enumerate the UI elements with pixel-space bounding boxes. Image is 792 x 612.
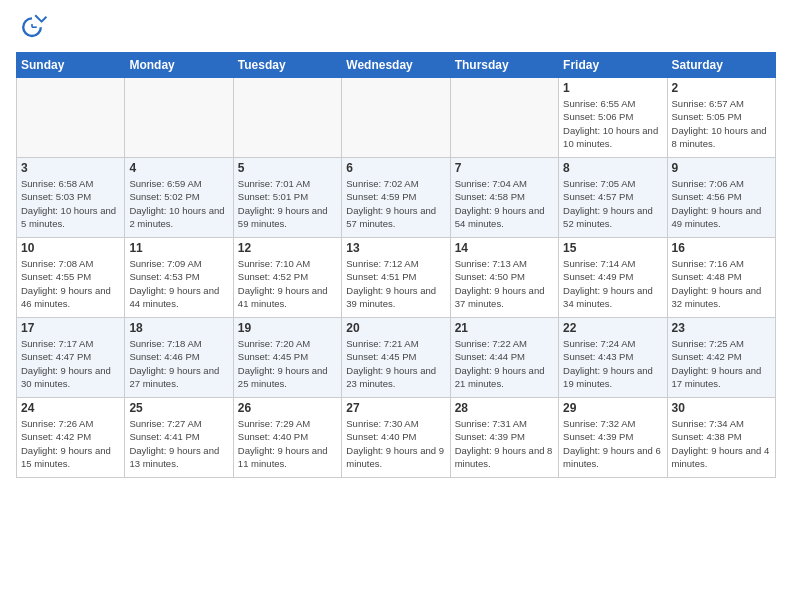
calendar-day-header: Sunday [17, 53, 125, 78]
calendar-day-cell: 26Sunrise: 7:29 AM Sunset: 4:40 PM Dayli… [233, 398, 341, 478]
day-number: 14 [455, 241, 554, 255]
day-info: Sunrise: 6:57 AM Sunset: 5:05 PM Dayligh… [672, 97, 771, 150]
calendar-day-cell: 1Sunrise: 6:55 AM Sunset: 5:06 PM Daylig… [559, 78, 667, 158]
calendar-day-header: Wednesday [342, 53, 450, 78]
calendar-day-cell: 17Sunrise: 7:17 AM Sunset: 4:47 PM Dayli… [17, 318, 125, 398]
day-info: Sunrise: 7:17 AM Sunset: 4:47 PM Dayligh… [21, 337, 120, 390]
calendar-day-cell: 28Sunrise: 7:31 AM Sunset: 4:39 PM Dayli… [450, 398, 558, 478]
day-info: Sunrise: 7:02 AM Sunset: 4:59 PM Dayligh… [346, 177, 445, 230]
calendar-day-cell: 21Sunrise: 7:22 AM Sunset: 4:44 PM Dayli… [450, 318, 558, 398]
calendar-day-cell: 10Sunrise: 7:08 AM Sunset: 4:55 PM Dayli… [17, 238, 125, 318]
day-info: Sunrise: 7:05 AM Sunset: 4:57 PM Dayligh… [563, 177, 662, 230]
day-number: 28 [455, 401, 554, 415]
day-info: Sunrise: 7:01 AM Sunset: 5:01 PM Dayligh… [238, 177, 337, 230]
calendar-week-row: 17Sunrise: 7:17 AM Sunset: 4:47 PM Dayli… [17, 318, 776, 398]
day-number: 26 [238, 401, 337, 415]
calendar-day-header: Monday [125, 53, 233, 78]
day-info: Sunrise: 7:04 AM Sunset: 4:58 PM Dayligh… [455, 177, 554, 230]
day-number: 16 [672, 241, 771, 255]
day-number: 22 [563, 321, 662, 335]
day-number: 29 [563, 401, 662, 415]
day-number: 2 [672, 81, 771, 95]
day-info: Sunrise: 7:14 AM Sunset: 4:49 PM Dayligh… [563, 257, 662, 310]
day-number: 19 [238, 321, 337, 335]
page: SundayMondayTuesdayWednesdayThursdayFrid… [0, 0, 792, 612]
calendar-header-row: SundayMondayTuesdayWednesdayThursdayFrid… [17, 53, 776, 78]
day-number: 30 [672, 401, 771, 415]
day-info: Sunrise: 7:12 AM Sunset: 4:51 PM Dayligh… [346, 257, 445, 310]
calendar-day-header: Saturday [667, 53, 775, 78]
calendar-day-cell: 27Sunrise: 7:30 AM Sunset: 4:40 PM Dayli… [342, 398, 450, 478]
calendar-week-row: 1Sunrise: 6:55 AM Sunset: 5:06 PM Daylig… [17, 78, 776, 158]
calendar-day-cell: 6Sunrise: 7:02 AM Sunset: 4:59 PM Daylig… [342, 158, 450, 238]
day-number: 9 [672, 161, 771, 175]
calendar-day-cell [17, 78, 125, 158]
day-info: Sunrise: 7:30 AM Sunset: 4:40 PM Dayligh… [346, 417, 445, 470]
calendar-day-cell: 3Sunrise: 6:58 AM Sunset: 5:03 PM Daylig… [17, 158, 125, 238]
day-number: 24 [21, 401, 120, 415]
calendar-day-cell: 19Sunrise: 7:20 AM Sunset: 4:45 PM Dayli… [233, 318, 341, 398]
calendar-day-cell: 25Sunrise: 7:27 AM Sunset: 4:41 PM Dayli… [125, 398, 233, 478]
day-number: 17 [21, 321, 120, 335]
day-number: 15 [563, 241, 662, 255]
day-number: 3 [21, 161, 120, 175]
day-info: Sunrise: 7:08 AM Sunset: 4:55 PM Dayligh… [21, 257, 120, 310]
day-info: Sunrise: 7:06 AM Sunset: 4:56 PM Dayligh… [672, 177, 771, 230]
calendar-day-cell: 8Sunrise: 7:05 AM Sunset: 4:57 PM Daylig… [559, 158, 667, 238]
day-info: Sunrise: 7:25 AM Sunset: 4:42 PM Dayligh… [672, 337, 771, 390]
day-info: Sunrise: 6:59 AM Sunset: 5:02 PM Dayligh… [129, 177, 228, 230]
day-info: Sunrise: 7:10 AM Sunset: 4:52 PM Dayligh… [238, 257, 337, 310]
calendar-day-cell: 18Sunrise: 7:18 AM Sunset: 4:46 PM Dayli… [125, 318, 233, 398]
day-number: 25 [129, 401, 228, 415]
calendar-day-header: Friday [559, 53, 667, 78]
calendar-day-cell: 4Sunrise: 6:59 AM Sunset: 5:02 PM Daylig… [125, 158, 233, 238]
day-info: Sunrise: 7:20 AM Sunset: 4:45 PM Dayligh… [238, 337, 337, 390]
day-number: 18 [129, 321, 228, 335]
day-info: Sunrise: 7:13 AM Sunset: 4:50 PM Dayligh… [455, 257, 554, 310]
day-number: 23 [672, 321, 771, 335]
day-info: Sunrise: 7:18 AM Sunset: 4:46 PM Dayligh… [129, 337, 228, 390]
day-info: Sunrise: 6:58 AM Sunset: 5:03 PM Dayligh… [21, 177, 120, 230]
logo-icon [16, 12, 48, 44]
day-number: 6 [346, 161, 445, 175]
calendar-day-cell: 13Sunrise: 7:12 AM Sunset: 4:51 PM Dayli… [342, 238, 450, 318]
calendar-week-row: 24Sunrise: 7:26 AM Sunset: 4:42 PM Dayli… [17, 398, 776, 478]
day-number: 11 [129, 241, 228, 255]
day-info: Sunrise: 7:31 AM Sunset: 4:39 PM Dayligh… [455, 417, 554, 470]
calendar-day-cell: 12Sunrise: 7:10 AM Sunset: 4:52 PM Dayli… [233, 238, 341, 318]
day-info: Sunrise: 7:27 AM Sunset: 4:41 PM Dayligh… [129, 417, 228, 470]
day-number: 13 [346, 241, 445, 255]
calendar-week-row: 10Sunrise: 7:08 AM Sunset: 4:55 PM Dayli… [17, 238, 776, 318]
calendar-day-header: Thursday [450, 53, 558, 78]
day-number: 20 [346, 321, 445, 335]
calendar-day-cell [125, 78, 233, 158]
day-info: Sunrise: 7:34 AM Sunset: 4:38 PM Dayligh… [672, 417, 771, 470]
calendar-day-header: Tuesday [233, 53, 341, 78]
calendar-day-cell: 14Sunrise: 7:13 AM Sunset: 4:50 PM Dayli… [450, 238, 558, 318]
day-info: Sunrise: 7:26 AM Sunset: 4:42 PM Dayligh… [21, 417, 120, 470]
calendar-day-cell: 24Sunrise: 7:26 AM Sunset: 4:42 PM Dayli… [17, 398, 125, 478]
header [16, 12, 776, 44]
day-number: 7 [455, 161, 554, 175]
day-number: 5 [238, 161, 337, 175]
calendar-day-cell: 16Sunrise: 7:16 AM Sunset: 4:48 PM Dayli… [667, 238, 775, 318]
calendar-day-cell: 22Sunrise: 7:24 AM Sunset: 4:43 PM Dayli… [559, 318, 667, 398]
day-info: Sunrise: 7:16 AM Sunset: 4:48 PM Dayligh… [672, 257, 771, 310]
calendar-day-cell: 7Sunrise: 7:04 AM Sunset: 4:58 PM Daylig… [450, 158, 558, 238]
day-number: 4 [129, 161, 228, 175]
logo [16, 12, 52, 44]
day-number: 8 [563, 161, 662, 175]
calendar-day-cell: 2Sunrise: 6:57 AM Sunset: 5:05 PM Daylig… [667, 78, 775, 158]
day-info: Sunrise: 7:09 AM Sunset: 4:53 PM Dayligh… [129, 257, 228, 310]
day-info: Sunrise: 6:55 AM Sunset: 5:06 PM Dayligh… [563, 97, 662, 150]
calendar-day-cell: 15Sunrise: 7:14 AM Sunset: 4:49 PM Dayli… [559, 238, 667, 318]
day-number: 1 [563, 81, 662, 95]
day-info: Sunrise: 7:24 AM Sunset: 4:43 PM Dayligh… [563, 337, 662, 390]
calendar-day-cell: 20Sunrise: 7:21 AM Sunset: 4:45 PM Dayli… [342, 318, 450, 398]
calendar-week-row: 3Sunrise: 6:58 AM Sunset: 5:03 PM Daylig… [17, 158, 776, 238]
day-number: 27 [346, 401, 445, 415]
calendar-day-cell [233, 78, 341, 158]
day-info: Sunrise: 7:21 AM Sunset: 4:45 PM Dayligh… [346, 337, 445, 390]
day-number: 21 [455, 321, 554, 335]
day-info: Sunrise: 7:32 AM Sunset: 4:39 PM Dayligh… [563, 417, 662, 470]
